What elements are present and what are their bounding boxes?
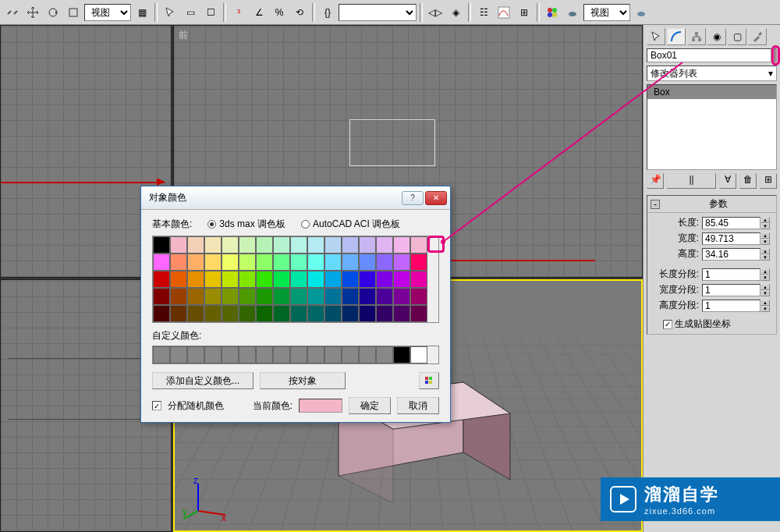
palette-swatch[interactable] <box>307 236 324 254</box>
palette-swatch[interactable] <box>187 305 204 322</box>
palette-swatch[interactable] <box>170 271 187 288</box>
palette-swatch[interactable] <box>222 271 239 288</box>
palette-swatch[interactable] <box>307 288 324 305</box>
hierarchy-tab[interactable] <box>687 28 706 45</box>
palette-swatch[interactable] <box>204 271 222 288</box>
ok-button[interactable]: 确定 <box>349 397 391 414</box>
layers-tool[interactable]: ☷ <box>474 3 493 22</box>
render-setup[interactable] <box>563 3 582 22</box>
palette-swatch[interactable] <box>410 254 427 271</box>
add-custom-button[interactable]: 添加自定义颜色... <box>152 372 254 389</box>
palette-swatch[interactable] <box>153 271 170 288</box>
palette-swatch[interactable] <box>376 305 393 322</box>
palette-swatch[interactable] <box>410 305 427 322</box>
palette-swatch[interactable] <box>307 254 324 271</box>
show-result-button[interactable]: || <box>667 173 716 189</box>
palette-swatch[interactable] <box>273 236 290 254</box>
palette-swatch[interactable] <box>410 236 427 254</box>
hseg-spinner[interactable]: ▲▼ <box>702 300 770 312</box>
help-button[interactable]: ? <box>402 191 424 205</box>
palette-swatch[interactable] <box>290 254 307 271</box>
by-object-button[interactable]: 按对象 <box>260 372 346 389</box>
palette-swatch[interactable] <box>256 254 273 271</box>
configure-button[interactable]: ⊞ <box>760 173 777 189</box>
palette-swatch[interactable] <box>342 305 359 322</box>
palette-swatch[interactable] <box>359 236 376 254</box>
custom-swatch[interactable] <box>376 346 393 364</box>
render-button[interactable] <box>632 3 651 22</box>
palette-swatch[interactable] <box>410 271 427 288</box>
spinner-snap[interactable]: ⟲ <box>290 3 309 22</box>
palette-swatch[interactable] <box>153 236 170 254</box>
palette-swatch[interactable] <box>256 236 273 254</box>
named-selection-select[interactable] <box>339 4 417 21</box>
cancel-button[interactable]: 取消 <box>397 397 439 414</box>
custom-swatch[interactable] <box>222 346 239 364</box>
current-color-swatch[interactable] <box>299 399 342 413</box>
palette-swatch[interactable] <box>342 288 359 305</box>
palette-swatch[interactable] <box>410 288 427 305</box>
move-tool[interactable] <box>23 3 42 22</box>
random-color-checkbox[interactable]: ✓ <box>152 401 161 410</box>
palette-swatch[interactable] <box>204 236 222 254</box>
custom-swatch[interactable] <box>273 346 290 364</box>
height-spinner[interactable]: ▲▼ <box>702 248 770 261</box>
custom-swatch[interactable] <box>324 346 342 364</box>
lseg-spinner[interactable]: ▲▼ <box>702 268 770 281</box>
modifier-list-dropdown[interactable]: 修改器列表▾ <box>647 66 777 81</box>
palette-swatch[interactable] <box>239 236 256 254</box>
schematic-tool[interactable]: ⊞ <box>515 3 534 22</box>
custom-swatch[interactable] <box>307 346 324 364</box>
palette-swatch[interactable] <box>324 236 342 254</box>
palette-swatch[interactable] <box>307 271 324 288</box>
palette-swatch[interactable] <box>204 254 222 271</box>
create-tab[interactable] <box>647 28 665 45</box>
palette-swatch[interactable] <box>170 254 187 271</box>
width-spinner[interactable]: ▲▼ <box>702 232 770 245</box>
color-palette[interactable] <box>152 236 439 323</box>
palette-swatch[interactable] <box>376 254 393 271</box>
palette-swatch[interactable] <box>153 254 170 271</box>
palette-swatch[interactable] <box>256 271 273 288</box>
modifier-stack[interactable]: Box <box>647 84 777 170</box>
link-tool[interactable] <box>3 3 22 22</box>
palette-swatch[interactable] <box>342 271 359 288</box>
palette-swatch[interactable] <box>187 271 204 288</box>
percent-snap[interactable]: % <box>270 3 289 22</box>
object-name-input[interactable] <box>647 48 771 62</box>
palette-swatch[interactable] <box>324 305 342 322</box>
palette-swatch[interactable] <box>342 236 359 254</box>
palette-swatch[interactable] <box>393 288 410 305</box>
palette-swatch[interactable] <box>256 305 273 322</box>
palette-swatch[interactable] <box>359 271 376 288</box>
custom-swatch[interactable] <box>187 346 204 364</box>
custom-swatch[interactable] <box>393 346 410 364</box>
palette-swatch[interactable] <box>204 288 222 305</box>
palette-swatch[interactable] <box>170 236 187 254</box>
make-unique-button[interactable]: ∀ <box>719 173 736 189</box>
named-sets[interactable]: {} <box>318 3 337 22</box>
palette-swatch[interactable] <box>359 288 376 305</box>
custom-swatch[interactable] <box>153 346 170 364</box>
palette-swatch[interactable] <box>239 305 256 322</box>
coord-system-select[interactable]: 视图 <box>84 4 131 21</box>
select-region-tool[interactable]: ▭ <box>181 3 200 22</box>
palette-swatch[interactable] <box>187 254 204 271</box>
palette-swatch[interactable] <box>376 271 393 288</box>
palette-swatch[interactable] <box>324 271 342 288</box>
palette-swatch[interactable] <box>239 254 256 271</box>
rollout-header[interactable]: - 参数 <box>647 196 776 213</box>
display-tab[interactable]: ▢ <box>728 28 746 45</box>
snap-toggle[interactable]: ³ <box>229 3 248 22</box>
custom-swatch[interactable] <box>342 346 359 364</box>
palette-3dsmax-radio[interactable]: 3ds max 调色板 <box>207 218 285 231</box>
palette-swatch[interactable] <box>239 288 256 305</box>
close-button[interactable]: ✕ <box>425 191 447 205</box>
palette-swatch[interactable] <box>324 288 342 305</box>
palette-swatch[interactable] <box>170 305 187 322</box>
remove-modifier-button[interactable]: 🗑 <box>739 173 757 189</box>
palette-swatch[interactable] <box>256 288 273 305</box>
custom-colors-row[interactable] <box>152 346 439 364</box>
palette-swatch[interactable] <box>153 305 170 322</box>
palette-swatch[interactable] <box>290 288 307 305</box>
